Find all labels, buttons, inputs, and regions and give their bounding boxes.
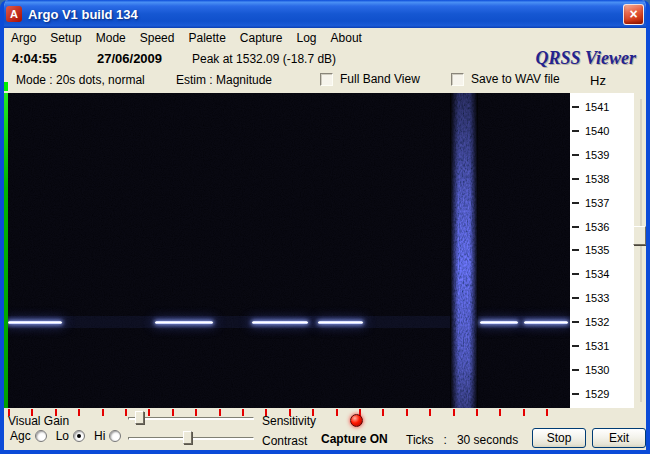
- freq-label: 1537: [585, 197, 609, 209]
- settings-row: Mode : 20s dots, normal Estim : Magnitud…: [4, 69, 646, 91]
- checkbox-label: Save to WAV file: [471, 72, 560, 86]
- freq-label: 1541: [585, 101, 609, 113]
- sensitivity-label: Sensitivity: [262, 414, 316, 428]
- freq-tick-mark: [572, 154, 579, 156]
- freq-row: 1538: [572, 171, 609, 187]
- slider-track[interactable]: [128, 417, 254, 420]
- menu-item-argo[interactable]: Argo: [4, 29, 43, 47]
- freq-row: 1533: [572, 290, 609, 306]
- status-row: 4:04:55 27/06/2009 Peak at 1532.09 (-18.…: [4, 47, 646, 69]
- freq-label: 1531: [585, 340, 609, 352]
- menu-item-setup[interactable]: Setup: [43, 29, 88, 47]
- checkbox-label: Full Band View: [340, 72, 420, 86]
- date-readout: 27/06/2009: [97, 51, 162, 66]
- menu-item-about[interactable]: About: [324, 29, 369, 47]
- freq-tick-mark: [572, 249, 579, 251]
- gain-option-hi[interactable]: Hi: [94, 429, 121, 443]
- gain-option-label: Agc: [10, 429, 31, 443]
- freq-row: 1534: [572, 266, 609, 282]
- main-area: 1541154015391538153715361535153415331532…: [4, 91, 646, 408]
- freq-tick-mark: [572, 178, 579, 180]
- window-title: Argo V1 build 134: [28, 7, 623, 22]
- signal-indicator: [0, 82, 8, 91]
- menu-item-palette[interactable]: Palette: [181, 29, 232, 47]
- signal-dash: [480, 321, 518, 324]
- signal-dash: [252, 321, 308, 324]
- close-icon: ×: [629, 6, 637, 22]
- freq-label: 1532: [585, 316, 609, 328]
- freq-row: 1540: [572, 123, 609, 139]
- freq-row: 1531: [572, 338, 609, 354]
- freq-label: 1530: [585, 364, 609, 376]
- freq-label: 1535: [585, 244, 609, 256]
- mode-readout: Mode : 20s dots, normal: [16, 73, 145, 87]
- freq-row: 1530: [572, 362, 609, 378]
- freq-label: 1529: [585, 388, 609, 400]
- ticks-readout: Ticks : 30 seconds: [406, 433, 518, 447]
- freq-row: 1539: [572, 147, 609, 163]
- freq-label: 1536: [585, 221, 609, 233]
- sensitivity-slider[interactable]: [126, 410, 256, 426]
- menu-item-mode[interactable]: Mode: [89, 29, 133, 47]
- freq-row: 1536: [572, 219, 609, 235]
- freq-tick-mark: [572, 321, 579, 323]
- app-icon: A: [6, 6, 22, 22]
- spectrogram[interactable]: [8, 93, 570, 408]
- menu-item-capture[interactable]: Capture: [233, 29, 290, 47]
- background-noise: [8, 93, 570, 408]
- title-bar[interactable]: A Argo V1 build 134 ×: [0, 0, 650, 28]
- freq-label: 1540: [585, 125, 609, 137]
- radio-circle: [109, 430, 121, 442]
- argo-window: A Argo V1 build 134 × ArgoSetupModeSpeed…: [0, 0, 650, 454]
- gain-options: AgcLoHi: [10, 429, 121, 443]
- visual-gain-label: Visual Gain: [8, 414, 69, 428]
- freq-row: 1535: [572, 242, 609, 258]
- gain-option-label: Lo: [56, 429, 69, 443]
- signal-dash: [318, 321, 363, 324]
- signal-dash: [155, 321, 213, 324]
- freq-label: 1538: [585, 173, 609, 185]
- radio-circle: [35, 430, 47, 442]
- peak-readout: Peak at 1532.09 (-18.7 dB): [192, 52, 336, 66]
- freq-slider-thumb[interactable]: [633, 226, 646, 245]
- app-icon-glyph: A: [10, 8, 18, 20]
- contrast-label: Contrast: [262, 434, 307, 448]
- slider-thumb[interactable]: [135, 411, 144, 424]
- menu-item-log[interactable]: Log: [290, 29, 324, 47]
- stop-button[interactable]: Stop: [532, 428, 586, 448]
- freq-row: 1529: [572, 386, 609, 402]
- estim-readout: Estim : Magnitude: [176, 73, 272, 87]
- freq-label: 1533: [585, 292, 609, 304]
- slider-thumb[interactable]: [183, 431, 192, 444]
- input-level-bar: [0, 93, 8, 408]
- freq-tick-mark: [572, 345, 579, 347]
- freq-label: 1534: [585, 268, 609, 280]
- contrast-slider[interactable]: [126, 430, 256, 446]
- signal-dash: [524, 321, 568, 324]
- clock-time: 4:04:55: [12, 51, 57, 66]
- gain-option-lo[interactable]: Lo: [56, 429, 85, 443]
- frequency-scale: 1541154015391538153715361535153415331532…: [570, 93, 634, 408]
- freq-tick-mark: [572, 130, 579, 132]
- checkbox-box: [320, 73, 333, 86]
- radio-circle: [73, 430, 85, 442]
- menu-item-speed[interactable]: Speed: [133, 29, 182, 47]
- gain-option-label: Hi: [94, 429, 105, 443]
- control-panel: Visual Gain AgcLoHi Sensitivity Contrast…: [4, 408, 646, 450]
- freq-row: 1532: [572, 314, 609, 330]
- full-band-view-checkbox[interactable]: Full Band View: [320, 72, 420, 86]
- close-button[interactable]: ×: [623, 4, 644, 25]
- app-brand: QRSS Viewer: [535, 48, 636, 69]
- freq-slider-track[interactable]: [640, 99, 642, 402]
- freq-label: 1539: [585, 149, 609, 161]
- capture-led-icon: [350, 414, 363, 427]
- exit-button[interactable]: Exit: [592, 428, 646, 448]
- signal-dash: [8, 321, 62, 324]
- freq-tick-mark: [572, 393, 579, 395]
- gain-option-agc[interactable]: Agc: [10, 429, 47, 443]
- save-to-wav-checkbox[interactable]: Save to WAV file: [451, 72, 560, 86]
- freq-tick-mark: [572, 273, 579, 275]
- freq-tick-mark: [572, 106, 579, 108]
- freq-row: 1541: [572, 99, 609, 115]
- freq-row: 1537: [572, 195, 609, 211]
